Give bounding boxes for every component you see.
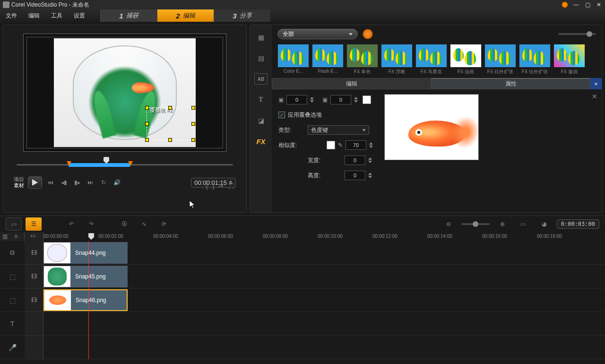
graphics-tab-icon[interactable]: T bbox=[254, 94, 268, 105]
thumb-zoom-slider[interactable] bbox=[558, 33, 596, 35]
ruler-tool-1-icon[interactable]: ▥ bbox=[2, 233, 10, 241]
tab-edit[interactable]: 编辑 bbox=[272, 78, 431, 89]
menu-tools[interactable]: 工具 bbox=[45, 9, 68, 22]
effect-thumb[interactable]: Flash E... bbox=[312, 44, 344, 77]
spin-down[interactable] bbox=[354, 100, 358, 103]
scrub-marker[interactable] bbox=[104, 157, 109, 164]
title-track-header[interactable] bbox=[25, 312, 43, 336]
spin-up[interactable] bbox=[310, 97, 314, 99]
effect-thumb[interactable]: FX 油画 bbox=[450, 44, 482, 77]
maximize-button[interactable]: ▢ bbox=[584, 1, 591, 8]
height-input[interactable] bbox=[345, 171, 365, 180]
overlay-track-1[interactable]: Snap45.png bbox=[43, 265, 605, 288]
spin-down[interactable] bbox=[368, 176, 372, 178]
spin-up[interactable] bbox=[354, 97, 358, 99]
overlay-track-2[interactable]: Snap46.png bbox=[43, 288, 605, 312]
spin-down[interactable] bbox=[369, 146, 373, 148]
mark-out-icon[interactable]: ] bbox=[213, 183, 214, 190]
effect-thumb[interactable]: FX 往外扩张 bbox=[519, 44, 551, 77]
effect-thumb[interactable]: Color E... bbox=[277, 44, 309, 77]
offset-x-input[interactable] bbox=[286, 95, 307, 104]
spin-up[interactable] bbox=[368, 173, 372, 175]
title-track-icon[interactable]: T bbox=[0, 312, 25, 336]
audio-mixer-button[interactable]: ∿ bbox=[136, 217, 152, 231]
menu-settings[interactable]: 设置 bbox=[68, 9, 91, 22]
playhead[interactable] bbox=[88, 241, 89, 359]
video-track-icon[interactable]: 🎞 bbox=[25, 241, 43, 265]
step-edit[interactable]: 2 编辑 bbox=[157, 9, 214, 22]
effect-thumb[interactable]: FX 漩涡 bbox=[553, 44, 585, 77]
titles-tab-icon[interactable]: AB bbox=[254, 73, 268, 85]
timeline-zoom-slider[interactable] bbox=[461, 223, 490, 225]
mark-in-icon[interactable]: [ bbox=[206, 183, 207, 190]
width-input[interactable] bbox=[345, 156, 365, 165]
timeline-ruler[interactable]: 00:00:00:0000:00:02:0000:00:04:0000:00:0… bbox=[43, 232, 605, 241]
track-tool-icon[interactable]: ⬚ bbox=[0, 265, 25, 288]
play-button[interactable] bbox=[28, 176, 42, 189]
prev-frame-button[interactable]: ◂▮ bbox=[59, 178, 69, 187]
next-frame-button[interactable]: ▮▸ bbox=[72, 178, 82, 187]
audio-track-icon[interactable]: 🎤 bbox=[0, 336, 25, 359]
zoom-in-button[interactable]: ⊕ bbox=[494, 217, 510, 231]
title-track[interactable] bbox=[43, 312, 605, 336]
offset-y-input[interactable] bbox=[330, 95, 351, 104]
voice-track-header[interactable] bbox=[25, 336, 43, 359]
expand-panel-button[interactable]: » bbox=[590, 78, 602, 89]
tab-properties[interactable]: 属性 bbox=[431, 78, 590, 89]
spin-down[interactable] bbox=[310, 100, 314, 103]
volume-button[interactable]: 🔊 bbox=[112, 178, 121, 187]
timecode-up[interactable] bbox=[229, 181, 233, 182]
clip-snap46[interactable]: Snap46.png bbox=[43, 289, 128, 311]
trim-range[interactable] bbox=[69, 163, 130, 167]
key-color-swatch[interactable] bbox=[327, 141, 335, 149]
repeat-button[interactable]: ↻ bbox=[99, 178, 108, 187]
spin-up[interactable] bbox=[368, 157, 372, 160]
link-icon[interactable]: ▣ bbox=[322, 96, 328, 103]
media-tab-icon[interactable]: ▦ bbox=[254, 32, 268, 43]
eyedropper-icon[interactable]: ✎ bbox=[338, 142, 343, 148]
lock-icon[interactable]: ▣ bbox=[278, 96, 284, 103]
filters-tab-icon[interactable]: ◪ bbox=[254, 115, 268, 126]
menu-file[interactable]: 文件 bbox=[0, 9, 23, 22]
effect-thumb[interactable]: FX 往外扩张 bbox=[484, 44, 516, 77]
step-share[interactable]: 3 分享 bbox=[214, 9, 270, 22]
undo-button[interactable]: ↶ bbox=[63, 217, 79, 231]
goto-start-button[interactable]: ⏮ bbox=[46, 178, 55, 187]
close-button[interactable]: ✕ bbox=[596, 1, 602, 8]
transitions-tab-icon[interactable]: ▤ bbox=[254, 52, 268, 64]
track-tool-icon[interactable]: ⬚ bbox=[0, 288, 25, 312]
zoom-out-button[interactable]: ⊖ bbox=[441, 217, 457, 231]
project-timecode[interactable]: 0:00:03:00 bbox=[557, 219, 599, 229]
timeline-view-button[interactable]: ☰ bbox=[26, 217, 42, 231]
trim-in[interactable] bbox=[67, 161, 71, 166]
mode-clip[interactable]: 素材 bbox=[14, 182, 24, 189]
project-duration-icon[interactable]: ◕ bbox=[536, 217, 552, 231]
clip-snap45[interactable]: Snap45.png bbox=[43, 266, 128, 287]
video-track[interactable]: Snap44.png bbox=[43, 241, 605, 265]
spin-up[interactable] bbox=[369, 142, 373, 145]
ruler-playhead[interactable] bbox=[88, 233, 94, 240]
redo-button[interactable]: ↷ bbox=[83, 217, 99, 231]
storyboard-view-button[interactable]: ▭ bbox=[6, 217, 22, 231]
help-icon[interactable] bbox=[562, 1, 568, 8]
spin-down[interactable] bbox=[368, 161, 372, 163]
category-dropdown[interactable]: 全部 bbox=[277, 29, 358, 39]
menu-edit[interactable]: 编辑 bbox=[23, 9, 45, 22]
goto-end-button[interactable]: ⏭ bbox=[86, 178, 95, 187]
scrub-bar[interactable] bbox=[17, 159, 233, 173]
overlay-track-icon[interactable]: 🎞 bbox=[25, 265, 43, 288]
fit-project-button[interactable]: ▭ bbox=[515, 217, 531, 231]
preview-canvas[interactable]: 覆叠轨 #2 bbox=[23, 34, 226, 152]
voice-track[interactable] bbox=[43, 336, 605, 359]
trim-out[interactable] bbox=[128, 161, 133, 166]
type-dropdown[interactable]: 色度键 bbox=[308, 125, 369, 135]
step-capture[interactable]: 1 捕获 bbox=[100, 9, 157, 22]
ruler-tool-2-icon[interactable]: ≡ bbox=[14, 233, 22, 241]
similarity-input[interactable] bbox=[346, 140, 366, 150]
clip-snap44[interactable]: Snap44.png bbox=[43, 242, 128, 264]
expand-icon[interactable]: ⛶ bbox=[228, 183, 234, 190]
effect-thumb[interactable]: FX 马赛克 bbox=[415, 44, 447, 77]
close-props-icon[interactable]: ✕ bbox=[590, 92, 599, 101]
add-cue-icon[interactable]: +/- bbox=[30, 233, 38, 241]
batch-convert-button[interactable]: ⟳ bbox=[156, 217, 172, 231]
